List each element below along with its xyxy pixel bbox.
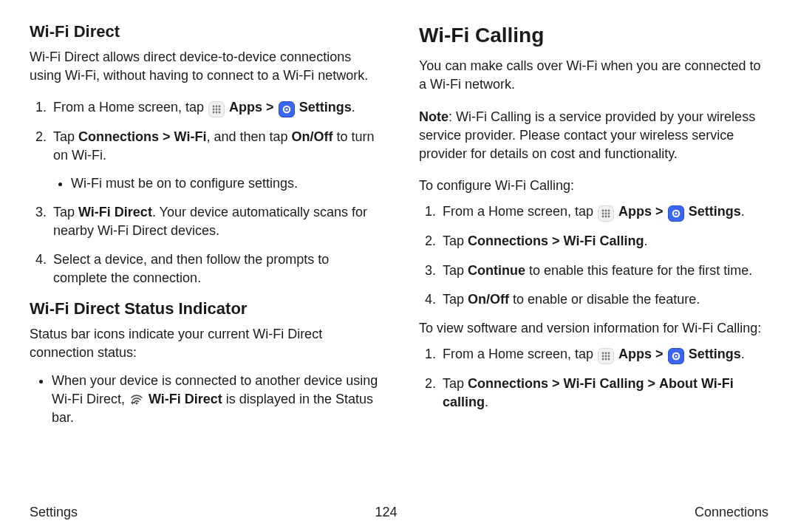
apps-label: Apps [618,347,652,361]
text: Tap [443,263,468,278]
period: . [352,100,355,115]
cfg-step-4: Tap On/Off to enable or disable the feat… [440,290,768,309]
text: to enable this feature for the first tim… [525,263,752,278]
svg-point-17 [608,213,610,215]
onoff-label: On/Off [292,129,333,144]
configure-intro: To configure Wi‑Fi Calling: [419,177,768,195]
step-1-pre: From a Home screen, tap [53,100,208,115]
heading-wifi-calling: Wi‑Fi Calling [419,21,768,50]
svg-point-14 [608,210,610,212]
heading-wifi-direct: Wi‑Fi Direct [30,21,379,44]
chevron-right-icon: > [266,100,274,115]
svg-point-11 [136,402,138,404]
step-3: Tap Wi‑Fi Direct. Your device automatica… [50,203,379,240]
text: From a Home screen, tap [443,204,597,219]
heading-status-indicator: Wi‑Fi Direct Status Indicator [30,298,379,321]
wifi-calling-label: Wi‑Fi Calling [564,233,644,248]
svg-point-15 [602,213,604,215]
svg-point-8 [219,112,221,114]
svg-point-2 [219,106,221,108]
period: . [741,204,745,219]
svg-point-0 [213,106,215,108]
note-label: Note [419,109,449,124]
svg-point-10 [285,109,287,111]
step-2-note: Wi‑Fi must be on to configure settings. [71,174,379,193]
connections-label: Connections [78,129,159,144]
svg-point-6 [213,112,215,114]
view-steps: From a Home screen, tap Apps > Settings.… [419,345,768,412]
apps-icon [598,348,614,364]
status-intro: Status bar icons indicate your current W… [30,325,379,362]
footer-right: Connections [695,505,768,520]
svg-point-24 [605,352,607,355]
svg-point-16 [605,213,607,215]
step-1: From a Home screen, tap Apps > Settings. [50,98,379,117]
content-columns: Wi‑Fi Direct Wi‑Fi Direct allows direct … [30,21,768,494]
connections-label: Connections [468,376,548,391]
text: From a Home screen, tap [443,347,597,361]
svg-point-3 [213,109,215,111]
text: Tap [443,292,468,307]
svg-point-13 [605,210,607,212]
svg-point-20 [608,216,610,218]
note-body: : Wi‑Fi Calling is a service provided by… [419,109,755,161]
status-item: When your device is connected to another… [52,372,379,428]
wifi-direct-steps: From a Home screen, tap Apps > Settings.… [30,98,379,287]
connections-label: Connections [468,233,548,248]
apps-label: Apps [618,204,652,219]
apps-label: Apps [229,100,262,115]
footer-page-number: 124 [375,505,397,520]
period: . [485,395,488,409]
svg-point-22 [675,213,677,215]
onoff-label: On/Off [468,292,509,307]
chevron-right-icon: > [163,129,171,144]
wifi-label: Wi‑Fi [174,129,207,144]
wifi-calling-intro: You can make calls over Wi‑Fi when you a… [419,57,768,94]
text: Tap [53,205,78,219]
right-column: Wi‑Fi Calling You can make calls over Wi… [419,21,768,494]
settings-icon [668,205,684,222]
cfg-step-2: Tap Connections > Wi‑Fi Calling. [440,232,768,250]
footer-left: Settings [30,505,78,520]
step-2: Tap Connections > Wi‑Fi, and then tap On… [50,128,379,193]
svg-point-23 [602,352,604,355]
svg-point-1 [216,106,218,108]
continue-label: Continue [468,263,525,278]
svg-point-4 [216,109,218,111]
svg-point-19 [605,216,607,218]
wifi-direct-intro: Wi‑Fi Direct allows direct device-to-dev… [30,48,379,85]
cfg-step-1: From a Home screen, tap Apps > Settings. [440,202,768,222]
wifi-direct-label: Wi‑Fi Direct [78,205,152,219]
view-step-1: From a Home screen, tap Apps > Settings. [440,345,768,364]
period: . [741,347,745,361]
settings-icon [668,348,684,364]
cfg-step-3: Tap Continue to enable this feature for … [440,262,768,280]
wifi-direct-bold: Wi‑Fi Direct [149,392,222,406]
apps-icon [598,205,614,222]
svg-point-30 [605,358,607,361]
svg-point-31 [608,358,610,361]
svg-point-25 [608,352,610,355]
left-column: Wi‑Fi Direct Wi‑Fi Direct allows direct … [30,21,379,494]
configure-steps: From a Home screen, tap Apps > Settings.… [419,202,768,309]
svg-point-28 [608,355,610,358]
chevron-right-icon: > [655,204,664,219]
wifi-direct-icon [129,391,145,407]
view-intro: To view software and version information… [419,319,768,338]
apps-icon [208,101,225,117]
wifi-calling-note: Note: Wi‑Fi Calling is a service provide… [419,108,768,164]
svg-point-26 [602,355,604,358]
status-list: When your device is connected to another… [30,372,379,428]
text: , and then tap [206,129,291,144]
text: Tap [443,233,468,248]
svg-point-18 [602,216,604,218]
chevron-right-icon: > [647,376,655,391]
wifi-calling-label: Wi‑Fi Calling [564,376,644,391]
settings-icon [279,101,295,117]
period: . [644,233,647,248]
step-4: Select a device, and then follow the pro… [50,250,379,287]
settings-label: Settings [689,204,741,219]
svg-point-27 [605,355,607,358]
chevron-right-icon: > [552,233,560,248]
text: Tap [443,376,468,391]
